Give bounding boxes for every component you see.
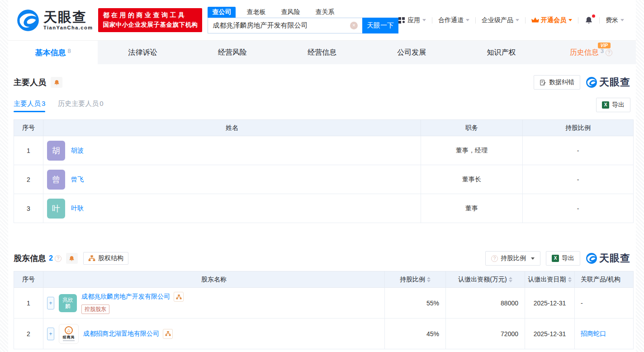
company-logo: △ 招商局 — [59, 324, 79, 344]
equity-structure-button[interactable]: 股权结构 — [83, 252, 128, 265]
monitor-bell-icon[interactable] — [51, 77, 62, 88]
staff-section-header: 主要人员 数据纠错 — [14, 75, 630, 90]
data-correction-label: 数据纠错 — [549, 78, 574, 86]
col-header-ratio: 持股比例 — [523, 120, 634, 136]
tab-operating-info[interactable]: 经营信息 — [277, 41, 367, 64]
search-tabs: 查公司 查老板 查风险 查关系 — [208, 7, 398, 18]
staff-table: 序号 姓名 职务 持股比例 1 胡 胡波 董事，经理 - 2 — [14, 119, 634, 223]
watermark-logo: 天眼查 — [586, 252, 630, 265]
monitor-bell-icon[interactable] — [66, 253, 78, 264]
logo-emblem-icon: △ — [65, 326, 73, 334]
ratio-filter-dropdown[interactable]: ? 持股比例 — [485, 251, 540, 266]
shareholder-link[interactable]: 成都招商北湖置地有限公司 — [83, 330, 159, 338]
divider — [525, 17, 526, 24]
page-container: 天眼查 TianYanCha.com 都在用的商业查询工具 国家中小企业发展子基… — [8, 0, 636, 352]
tab-company-development[interactable]: 公司发展 — [367, 41, 456, 64]
shareholder-count: 2 — [49, 254, 53, 262]
tab-label: 历史信息 — [570, 48, 599, 57]
nav-enterprise[interactable]: 企业级产品 — [482, 16, 519, 24]
search-button[interactable]: 天眼一下 — [362, 18, 398, 33]
divider — [599, 17, 600, 24]
top-header: 天眼查 TianYanCha.com 都在用的商业查询工具 国家中小企业发展子基… — [8, 0, 636, 41]
related-product-link[interactable]: 招商蛇口 — [581, 330, 606, 337]
table-row: 1 + 兆欣麟 成都兆欣麟房地产开发有限公司 控股股东 — [14, 288, 634, 319]
tab-label: 知识产权 — [487, 48, 516, 57]
avatar: 叶 — [47, 199, 65, 219]
vip-badge: VIP — [598, 43, 611, 48]
nav-apps-label: 应用 — [407, 16, 420, 24]
subtab-count: 3 — [42, 100, 45, 107]
avatar-text: 麟 — [65, 303, 71, 309]
shareholder-section-header: 股东信息 2 ? 股权结构 ? — [14, 251, 630, 266]
shareholder-link[interactable]: 成都兆欣麟房地产开发有限公司 — [81, 293, 170, 301]
person-link[interactable]: 胡波 — [71, 147, 84, 155]
search-tab-boss[interactable]: 查老板 — [242, 7, 270, 18]
subtab-current-staff[interactable]: 主要人员3 — [14, 100, 45, 112]
tab-history-info[interactable]: VIP 历史信息 3 ? — [546, 41, 636, 64]
excel-icon: X — [602, 101, 609, 109]
banner-line1: 都在用的商业查询工具 — [103, 11, 198, 19]
search-tab-relation[interactable]: 查关系 — [311, 7, 339, 18]
export-shareholders-button[interactable]: X 导出 — [546, 251, 580, 266]
logo-text: 天眼查 TianYanCha.com — [43, 10, 93, 30]
controlling-shareholder-tag: 控股股东 — [81, 304, 109, 314]
tianyancha-logo[interactable]: 天眼查 TianYanCha.com — [16, 9, 93, 32]
subtab-label: 主要人员 — [14, 100, 41, 107]
search-tab-risk[interactable]: 查风险 — [276, 7, 304, 18]
search-tab-company[interactable]: 查公司 — [208, 7, 236, 18]
clear-search-icon[interactable]: × — [350, 22, 358, 29]
equity-structure-icon[interactable] — [163, 329, 173, 339]
divider — [475, 17, 476, 24]
chevron-down-icon — [568, 19, 572, 21]
col-header-amount[interactable]: 认缴出资额(万元) — [446, 271, 525, 288]
username: 费米 — [606, 16, 618, 24]
org-chart-icon — [88, 255, 95, 262]
table-row: 1 胡 胡波 董事，经理 - — [14, 136, 634, 165]
person-link[interactable]: 曾飞 — [71, 176, 84, 184]
divider — [578, 17, 578, 24]
logo-subtext — [63, 340, 75, 341]
help-icon[interactable]: ? — [55, 255, 62, 262]
tab-label: 法律诉讼 — [128, 48, 157, 57]
nav-member-label: 开通会员 — [541, 16, 566, 24]
subtab-history-staff[interactable]: 历史主要人员0 — [58, 100, 103, 112]
equity-structure-icon[interactable] — [174, 292, 184, 302]
notification-bell-icon[interactable] — [584, 16, 593, 25]
nav-apps[interactable]: 应用 — [398, 16, 426, 24]
expand-button[interactable]: + — [47, 328, 54, 340]
col-header-ratio[interactable]: 持股比例 — [385, 271, 446, 288]
tab-operating-risk[interactable]: 经营风险 — [188, 41, 277, 64]
row-no: 3 — [14, 194, 43, 223]
edit-doc-icon — [540, 79, 546, 86]
chevron-down-icon — [466, 19, 469, 21]
top-navigation: 应用 合作通道 企业级产品 开通会员 — [398, 16, 624, 25]
company-tab-bar: 基本信息 8 法律诉讼 经营风险 经营信息 公司发展 知识产权 VIP 历史信息… — [8, 41, 636, 64]
ratio-filter-label: 持股比例 — [501, 254, 526, 262]
divider — [432, 17, 432, 24]
search-input[interactable] — [208, 18, 362, 33]
tab-legal[interactable]: 法律诉讼 — [98, 41, 187, 64]
tab-basic-info[interactable]: 基本信息 8 — [8, 41, 98, 64]
tab-intellectual-property[interactable]: 知识产权 — [456, 41, 546, 64]
col-header-date[interactable]: 认缴出资日期 — [525, 271, 575, 288]
sort-icon[interactable] — [568, 277, 572, 282]
data-correction-button[interactable]: 数据纠错 — [534, 75, 580, 90]
col-header-label: 持股比例 — [400, 276, 425, 284]
sort-icon[interactable] — [427, 277, 431, 282]
expand-button[interactable]: + — [47, 297, 54, 309]
sort-icon[interactable] — [509, 277, 512, 282]
export-staff-button[interactable]: X 导出 — [596, 98, 630, 112]
shareholder-table: 序号 股东名称 持股比例 认缴出资额(万元) 认缴出资日期 关联产品/机构 1 … — [14, 271, 634, 349]
date-cell: 2025-12-31 — [525, 319, 575, 349]
col-header-label: 认缴出资额(万元) — [458, 276, 507, 284]
nav-user-menu[interactable]: 费米 — [606, 16, 624, 24]
person-link[interactable]: 叶耿 — [71, 205, 84, 213]
position-cell: 董事，经理 — [421, 136, 523, 165]
subtab-label: 历史主要人员 — [58, 100, 99, 107]
equity-structure-label: 股权结构 — [98, 254, 123, 262]
ratio-cell: 45% — [385, 319, 446, 349]
help-icon[interactable]: ? — [606, 49, 612, 56]
row-no: 1 — [14, 136, 43, 165]
nav-partner[interactable]: 合作通道 — [438, 16, 469, 24]
nav-open-membership[interactable]: 开通会员 — [531, 16, 572, 24]
